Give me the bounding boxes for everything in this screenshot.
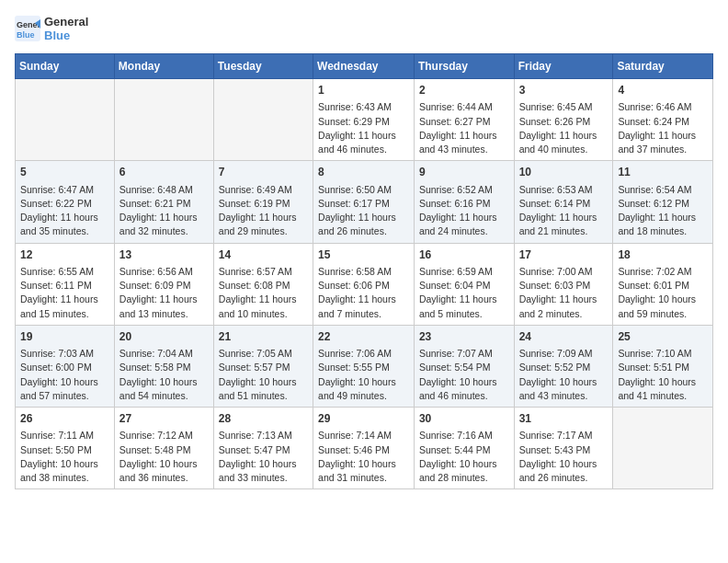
- calendar-cell: 12Sunrise: 6:55 AMSunset: 6:11 PMDayligh…: [16, 243, 115, 325]
- daylight-label: Daylight: 11 hours and 2 minutes.: [519, 293, 597, 318]
- day-number: 15: [318, 247, 409, 263]
- day-info: Sunrise: 6:43 AMSunset: 6:29 PMDaylight:…: [318, 100, 409, 156]
- day-number: 30: [419, 411, 509, 427]
- calendar-cell: 15Sunrise: 6:58 AMSunset: 6:06 PMDayligh…: [313, 243, 415, 325]
- day-number: 29: [318, 411, 409, 427]
- sunset-label: Sunset: 5:44 PM: [419, 444, 491, 455]
- calendar-cell: 27Sunrise: 7:12 AMSunset: 5:48 PMDayligh…: [114, 408, 213, 489]
- calendar-cell: 30Sunrise: 7:16 AMSunset: 5:44 PMDayligh…: [414, 408, 514, 489]
- sunrise-label: Sunrise: 7:10 AM: [618, 348, 691, 359]
- daylight-label: Daylight: 11 hours and 35 minutes.: [20, 212, 98, 236]
- weekday-header-wednesday: Wednesday: [313, 54, 415, 79]
- logo-general: General: [44, 15, 88, 29]
- logo-blue: Blue: [44, 29, 88, 42]
- calendar-cell: 6Sunrise: 6:48 AMSunset: 6:21 PMDaylight…: [114, 161, 213, 243]
- day-number: 2: [419, 83, 509, 98]
- day-number: 14: [219, 247, 308, 263]
- day-number: 24: [519, 329, 609, 345]
- weekday-header-thursday: Thursday: [414, 54, 514, 79]
- day-info: Sunrise: 7:02 AMSunset: 6:01 PMDaylight:…: [618, 265, 708, 321]
- sunset-label: Sunset: 6:01 PM: [618, 280, 689, 291]
- sunrise-label: Sunrise: 6:46 AM: [618, 101, 691, 112]
- weekday-header-friday: Friday: [514, 54, 613, 79]
- daylight-label: Daylight: 10 hours and 51 minutes.: [219, 376, 297, 401]
- sunrise-label: Sunrise: 6:44 AM: [419, 101, 493, 112]
- calendar-cell: 21Sunrise: 7:05 AMSunset: 5:57 PMDayligh…: [213, 325, 313, 407]
- calendar-cell: 13Sunrise: 6:56 AMSunset: 6:09 PMDayligh…: [114, 243, 213, 325]
- day-info: Sunrise: 7:17 AMSunset: 5:43 PMDaylight:…: [519, 429, 609, 485]
- daylight-label: Daylight: 10 hours and 33 minutes.: [219, 458, 297, 483]
- sunset-label: Sunset: 6:12 PM: [618, 198, 689, 209]
- sunrise-label: Sunrise: 7:02 AM: [618, 266, 691, 277]
- daylight-label: Daylight: 11 hours and 32 minutes.: [119, 212, 198, 236]
- day-number: 3: [519, 83, 609, 98]
- day-info: Sunrise: 6:47 AMSunset: 6:22 PMDaylight:…: [20, 183, 109, 239]
- calendar-cell: 22Sunrise: 7:06 AMSunset: 5:55 PMDayligh…: [313, 325, 415, 407]
- sunset-label: Sunset: 5:48 PM: [119, 444, 191, 455]
- sunrise-label: Sunrise: 6:47 AM: [20, 184, 94, 195]
- day-number: 8: [318, 165, 409, 180]
- daylight-label: Daylight: 11 hours and 29 minutes.: [219, 212, 297, 236]
- daylight-label: Daylight: 11 hours and 10 minutes.: [219, 293, 297, 318]
- day-info: Sunrise: 6:52 AMSunset: 6:16 PMDaylight:…: [419, 183, 509, 239]
- sunrise-label: Sunrise: 6:43 AM: [318, 101, 392, 112]
- sunset-label: Sunset: 6:08 PM: [219, 280, 290, 291]
- calendar-cell: 16Sunrise: 6:59 AMSunset: 6:04 PMDayligh…: [414, 243, 514, 325]
- logo-icon: General Blue: [15, 16, 40, 41]
- day-info: Sunrise: 7:05 AMSunset: 5:57 PMDaylight:…: [219, 347, 308, 403]
- daylight-label: Daylight: 11 hours and 26 minutes.: [318, 212, 396, 236]
- day-info: Sunrise: 6:55 AMSunset: 6:11 PMDaylight:…: [20, 265, 109, 321]
- sunrise-label: Sunrise: 7:07 AM: [419, 348, 493, 359]
- day-number: 25: [618, 329, 708, 345]
- daylight-label: Daylight: 11 hours and 5 minutes.: [419, 293, 497, 318]
- sunset-label: Sunset: 6:09 PM: [119, 280, 191, 291]
- calendar-cell: 26Sunrise: 7:11 AMSunset: 5:50 PMDayligh…: [16, 408, 115, 489]
- calendar-week-row: 12Sunrise: 6:55 AMSunset: 6:11 PMDayligh…: [16, 243, 713, 325]
- sunrise-label: Sunrise: 6:49 AM: [219, 184, 292, 195]
- day-info: Sunrise: 6:49 AMSunset: 6:19 PMDaylight:…: [219, 183, 308, 239]
- logo: General Blue General Blue: [15, 15, 88, 42]
- calendar-cell: 25Sunrise: 7:10 AMSunset: 5:51 PMDayligh…: [613, 325, 713, 407]
- sunrise-label: Sunrise: 7:12 AM: [119, 430, 193, 441]
- sunset-label: Sunset: 5:57 PM: [219, 362, 290, 373]
- daylight-label: Daylight: 11 hours and 43 minutes.: [419, 130, 497, 155]
- calendar-cell: 3Sunrise: 6:45 AMSunset: 6:26 PMDaylight…: [514, 79, 613, 161]
- sunset-label: Sunset: 5:58 PM: [119, 362, 191, 373]
- weekday-header-saturday: Saturday: [613, 54, 713, 79]
- day-info: Sunrise: 6:50 AMSunset: 6:17 PMDaylight:…: [318, 183, 409, 239]
- sunset-label: Sunset: 6:14 PM: [519, 198, 591, 209]
- sunset-label: Sunset: 5:50 PM: [20, 444, 92, 455]
- day-number: 11: [618, 165, 708, 180]
- weekday-header-sunday: Sunday: [16, 54, 115, 79]
- day-info: Sunrise: 6:44 AMSunset: 6:27 PMDaylight:…: [419, 100, 509, 156]
- daylight-label: Daylight: 10 hours and 26 minutes.: [519, 458, 597, 483]
- page-header: General Blue General Blue: [15, 15, 713, 42]
- calendar-cell: 29Sunrise: 7:14 AMSunset: 5:46 PMDayligh…: [313, 408, 415, 489]
- daylight-label: Daylight: 11 hours and 37 minutes.: [618, 130, 696, 155]
- day-number: 19: [20, 329, 109, 345]
- weekday-header-monday: Monday: [114, 54, 213, 79]
- day-number: 4: [618, 83, 708, 98]
- sunset-label: Sunset: 6:29 PM: [318, 116, 390, 127]
- day-info: Sunrise: 6:59 AMSunset: 6:04 PMDaylight:…: [419, 265, 509, 321]
- calendar-week-row: 26Sunrise: 7:11 AMSunset: 5:50 PMDayligh…: [16, 408, 713, 489]
- calendar-cell: 23Sunrise: 7:07 AMSunset: 5:54 PMDayligh…: [414, 325, 514, 407]
- daylight-label: Daylight: 10 hours and 41 minutes.: [618, 376, 696, 401]
- sunrise-label: Sunrise: 7:13 AM: [219, 430, 292, 441]
- daylight-label: Daylight: 11 hours and 18 minutes.: [618, 212, 696, 236]
- calendar-cell: 20Sunrise: 7:04 AMSunset: 5:58 PMDayligh…: [114, 325, 213, 407]
- day-number: 10: [519, 165, 609, 180]
- calendar-cell: 28Sunrise: 7:13 AMSunset: 5:47 PMDayligh…: [213, 408, 313, 489]
- weekday-header-tuesday: Tuesday: [213, 54, 313, 79]
- day-number: 31: [519, 411, 609, 427]
- day-number: 13: [119, 247, 209, 263]
- day-number: 7: [219, 165, 308, 180]
- day-info: Sunrise: 7:09 AMSunset: 5:52 PMDaylight:…: [519, 347, 609, 403]
- day-info: Sunrise: 6:58 AMSunset: 6:06 PMDaylight:…: [318, 265, 409, 321]
- day-number: 27: [119, 411, 209, 427]
- day-info: Sunrise: 7:11 AMSunset: 5:50 PMDaylight:…: [20, 429, 109, 485]
- daylight-label: Daylight: 11 hours and 46 minutes.: [318, 130, 396, 155]
- calendar-week-row: 19Sunrise: 7:03 AMSunset: 6:00 PMDayligh…: [16, 325, 713, 407]
- sunrise-label: Sunrise: 7:17 AM: [519, 430, 593, 441]
- calendar-cell: 9Sunrise: 6:52 AMSunset: 6:16 PMDaylight…: [414, 161, 514, 243]
